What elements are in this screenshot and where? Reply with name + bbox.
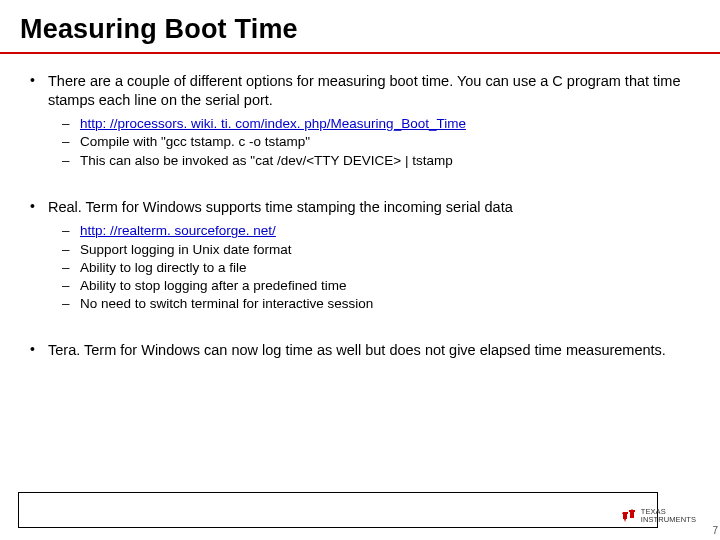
link-text[interactable]: http: //processors. wiki. ti. com/index.… xyxy=(80,116,466,131)
bullet-item: Tera. Term for Windows can now log time … xyxy=(30,341,690,360)
slide: Measuring Boot Time There are a couple o… xyxy=(0,0,720,540)
bullet-text: Real. Term for Windows supports time sta… xyxy=(48,199,513,215)
sub-text: Compile with "gcc tstamp. c -o tstamp" xyxy=(80,134,310,149)
bullet-text: There are a couple of different options … xyxy=(48,73,680,108)
sub-item: Support logging in Unix date format xyxy=(62,241,690,259)
footer-box xyxy=(18,492,658,528)
sub-item: Compile with "gcc tstamp. c -o tstamp" xyxy=(62,133,690,151)
bullet-text: Tera. Term for Windows can now log time … xyxy=(48,342,666,358)
sub-item: This can also be invoked as "cat /dev/<T… xyxy=(62,152,690,170)
page-number: 7 xyxy=(712,525,718,536)
sub-text: Ability to log directly to a file xyxy=(80,260,247,275)
sub-text: Support logging in Unix date format xyxy=(80,242,292,257)
ti-logo-icon xyxy=(621,508,637,524)
title-underline xyxy=(0,52,720,54)
slide-body: There are a couple of different options … xyxy=(30,72,690,388)
sub-item: Ability to stop logging after a predefin… xyxy=(62,277,690,295)
bullet-item: There are a couple of different options … xyxy=(30,72,690,170)
link-text[interactable]: http: //realterm. sourceforge. net/ xyxy=(80,223,276,238)
sub-text: Ability to stop logging after a predefin… xyxy=(80,278,346,293)
sub-item: http: //processors. wiki. ti. com/index.… xyxy=(62,115,690,133)
ti-logo-text: TEXAS INSTRUMENTS xyxy=(641,508,696,524)
sub-list: http: //realterm. sourceforge. net/ Supp… xyxy=(48,222,690,313)
sub-item: http: //realterm. sourceforge. net/ xyxy=(62,222,690,240)
slide-title: Measuring Boot Time xyxy=(20,14,298,45)
bullet-list: There are a couple of different options … xyxy=(30,72,690,360)
ti-logo: TEXAS INSTRUMENTS xyxy=(621,508,696,524)
sub-list: http: //processors. wiki. ti. com/index.… xyxy=(48,115,690,170)
sub-text: This can also be invoked as "cat /dev/<T… xyxy=(80,153,453,168)
logo-line2: INSTRUMENTS xyxy=(641,515,696,524)
sub-item: Ability to log directly to a file xyxy=(62,259,690,277)
sub-item: No need to switch terminal for interacti… xyxy=(62,295,690,313)
sub-text: No need to switch terminal for interacti… xyxy=(80,296,373,311)
bullet-item: Real. Term for Windows supports time sta… xyxy=(30,198,690,314)
